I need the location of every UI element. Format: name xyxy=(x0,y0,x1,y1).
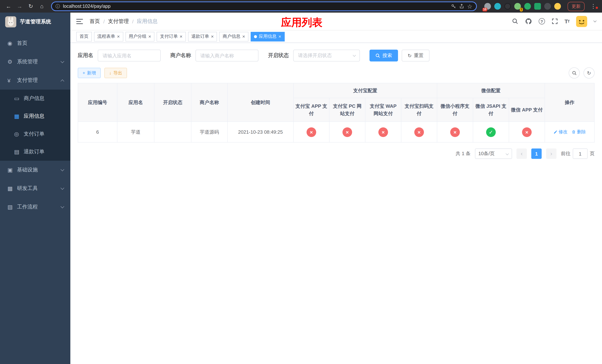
sidebar-item-payment[interactable]: ¥ 支付管理 xyxy=(0,71,70,90)
emoji-avatar-extension-icon[interactable] xyxy=(554,3,561,10)
goto-label: 前往 xyxy=(561,150,570,157)
refresh-table-button[interactable]: ↻ xyxy=(583,67,595,78)
font-size-icon[interactable]: TT xyxy=(564,18,570,24)
merchant-name-input[interactable] xyxy=(195,50,258,62)
col-alipay-pc: 支付宝 PC 网站支付 xyxy=(329,98,365,122)
dashboard-icon: ◉ xyxy=(7,40,17,47)
col-merchant: 商户名称 xyxy=(191,83,227,122)
reset-button[interactable]: ↻ 重置 xyxy=(402,50,430,62)
plus-icon: + xyxy=(83,70,85,75)
tools-icon: ▩ xyxy=(7,185,17,192)
chevron-down-icon xyxy=(506,152,509,155)
sidebar-item-app-info[interactable]: ▦ 应用信息 xyxy=(0,107,70,125)
password-key-icon[interactable] xyxy=(451,4,456,9)
breadcrumb-current: 应用信息 xyxy=(137,18,158,25)
yen-icon: ¥ xyxy=(7,77,17,84)
next-page-button[interactable]: › xyxy=(546,149,557,159)
close-icon[interactable]: × xyxy=(117,34,120,39)
search-icon[interactable] xyxy=(512,18,518,24)
tab-home[interactable]: 首页 xyxy=(76,32,92,41)
col-group-wechat: 微信配置 xyxy=(437,83,545,98)
cell-app-name: 芋道 xyxy=(117,122,154,142)
extension-icon-3[interactable] xyxy=(504,3,511,10)
browser-chrome: ← → ↻ ⌂ ⓘ localhost:1024/pay/app ☆ 10 1 xyxy=(0,0,602,13)
reload-icon[interactable]: ↻ xyxy=(26,0,35,13)
app-logo[interactable]: 芋道管理系统 xyxy=(0,13,70,31)
extension-icon-2[interactable] xyxy=(494,3,501,10)
sidebar-collapse-icon[interactable] xyxy=(76,19,83,24)
toggle-search-button[interactable] xyxy=(569,67,580,78)
gear-icon: ⚙ xyxy=(7,58,17,65)
tab-pay-order[interactable]: 支付订单× xyxy=(157,32,186,41)
close-icon[interactable]: × xyxy=(148,34,151,39)
close-icon[interactable]: × xyxy=(279,34,281,39)
wechat-extension-icon[interactable] xyxy=(524,3,531,10)
tab-user-group[interactable]: 用户分组× xyxy=(125,32,154,41)
forward-icon[interactable]: → xyxy=(15,0,24,13)
refresh-icon: ↻ xyxy=(408,53,412,58)
sidebar-menu: ◉ 首页 ⚙ 系统管理 ¥ 支付管理 ▭ 商户信息 xyxy=(0,31,70,216)
search-button[interactable]: 搜索 xyxy=(369,50,398,62)
chrome-menu-icon[interactable]: ⋮ xyxy=(588,3,598,10)
status-select[interactable]: 请选择开启状态 xyxy=(293,50,360,62)
status-label: 开启状态 xyxy=(268,52,289,59)
sidebar-item-merchant-info[interactable]: ▭ 商户信息 xyxy=(0,90,70,107)
tab-process-form[interactable]: 流程表单× xyxy=(94,32,123,41)
tabs-bar: 首页 流程表单× 用户分组× 支付订单× 退款订单× 商户信息× xyxy=(70,30,602,43)
breadcrumb-home[interactable]: 首页 xyxy=(90,18,100,25)
page-size-select[interactable]: 10条/页 xyxy=(475,149,512,159)
help-icon[interactable]: ? xyxy=(538,18,545,24)
chevron-down-icon xyxy=(61,168,64,171)
sidebar-item-workflow[interactable]: ▧ 工作流程 xyxy=(0,198,70,216)
chevron-down-icon xyxy=(61,59,64,63)
current-page-button[interactable]: 1 xyxy=(531,149,542,159)
sidebar-item-pay-order[interactable]: ◎ 支付订单 xyxy=(0,125,70,143)
share-icon[interactable] xyxy=(459,4,464,9)
bookmark-star-icon[interactable]: ☆ xyxy=(467,3,473,10)
delete-button[interactable]: 删除 xyxy=(572,129,586,135)
breadcrumb-payment[interactable]: 支付管理 xyxy=(108,18,129,25)
sidebar-item-infrastructure[interactable]: ▣ 基础设施 xyxy=(0,161,70,179)
prev-page-button[interactable]: ‹ xyxy=(516,149,527,159)
col-wx-jsapi: 微信 JSAPI 支付 xyxy=(473,98,509,122)
close-icon[interactable]: × xyxy=(242,34,245,39)
extension-icon-1[interactable]: 10 xyxy=(484,3,491,10)
col-actions: 操作 xyxy=(545,83,594,122)
goto-page-input[interactable] xyxy=(573,149,588,159)
tab-app-info[interactable]: 应用信息× xyxy=(251,32,285,41)
app-name-input[interactable] xyxy=(98,50,161,62)
chrome-update-button[interactable]: 更新 xyxy=(568,2,585,11)
tab-refund-order[interactable]: 退款订单× xyxy=(188,32,217,41)
avatar-dropdown-icon[interactable] xyxy=(593,19,597,22)
app-name-label: 应用名 xyxy=(78,52,93,59)
back-icon[interactable]: ← xyxy=(4,0,13,13)
sidebar-item-refund-order[interactable]: ▤ 退款订单 xyxy=(0,143,70,161)
extension-badge: 10 xyxy=(483,8,487,11)
sidebar: 芋道管理系统 ◉ 首页 ⚙ 系统管理 ¥ 支付管理 xyxy=(0,13,70,364)
site-info-icon[interactable]: ⓘ xyxy=(55,3,60,10)
extension-icon-4[interactable]: 1 xyxy=(514,3,521,10)
col-wx-mini: 微信小程序支付 xyxy=(437,98,473,122)
user-avatar[interactable] xyxy=(576,16,587,27)
cell-app-id: 6 xyxy=(78,122,117,142)
extension-icon-6[interactable] xyxy=(534,3,541,10)
sidebar-item-dev-tools[interactable]: ▩ 研发工具 xyxy=(0,179,70,198)
close-icon[interactable]: × xyxy=(211,34,214,39)
tab-merchant-info[interactable]: 商户信息× xyxy=(219,32,248,41)
extension-icon-7[interactable] xyxy=(544,3,551,10)
workflow-icon: ▧ xyxy=(7,204,17,210)
add-button[interactable]: + 新增 xyxy=(78,68,101,78)
home-icon[interactable]: ⌂ xyxy=(37,0,47,13)
alipay-pc-status-icon: × xyxy=(343,127,352,137)
edit-button[interactable]: 修改 xyxy=(553,129,567,135)
fullscreen-icon[interactable] xyxy=(551,18,558,24)
col-alipay-app: 支付宝 APP 支付 xyxy=(293,98,329,122)
export-button[interactable]: ↓ 导出 xyxy=(104,68,127,78)
close-icon[interactable]: × xyxy=(180,34,182,39)
address-bar[interactable]: ⓘ localhost:1024/pay/app ☆ xyxy=(51,1,477,11)
sidebar-item-home[interactable]: ◉ 首页 xyxy=(0,34,70,53)
chevron-down-icon xyxy=(61,204,64,208)
github-icon[interactable] xyxy=(525,18,532,25)
sidebar-item-system[interactable]: ⚙ 系统管理 xyxy=(0,53,70,71)
col-status: 开启状态 xyxy=(154,83,191,122)
